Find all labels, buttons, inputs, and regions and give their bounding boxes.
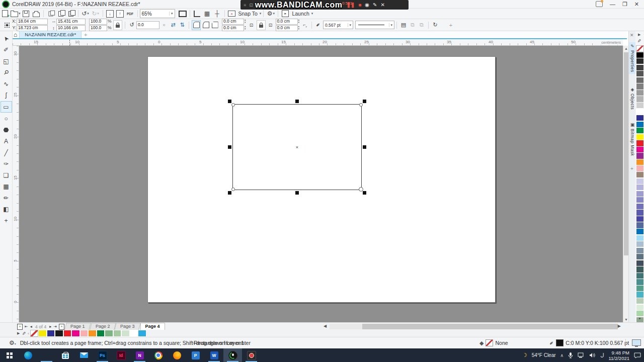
palette-swatch[interactable] (636, 298, 644, 304)
page-tab[interactable]: Page 1 (64, 323, 91, 330)
customize-propbar-button[interactable]: + (447, 21, 455, 30)
document-palette-swatch[interactable] (88, 330, 97, 337)
scale-lock-button[interactable] (113, 20, 122, 30)
docker-close-icon[interactable]: ✕ (630, 33, 634, 38)
palette-swatch[interactable] (636, 134, 644, 140)
interactive-fill-tool[interactable]: ◧ (1, 204, 12, 215)
palette-swatch[interactable] (636, 102, 644, 109)
to-back-button[interactable]: ⧉ (418, 21, 426, 30)
vertical-scrollbar[interactable]: ▲ ▼ (623, 46, 628, 322)
transparency-tool[interactable]: ▦ (1, 182, 12, 192)
selection-handle-middle-left[interactable] (228, 145, 231, 149)
options-gear-button[interactable]: ⚙▾ (266, 9, 275, 18)
taskbar-mail-icon[interactable] (74, 348, 93, 362)
wrap-text-button[interactable]: ▤ (399, 21, 408, 30)
taskbar-word-icon[interactable]: W (205, 348, 223, 362)
palette-swatch[interactable] (636, 146, 644, 153)
palette-swatch[interactable] (636, 247, 644, 254)
chamfered-corner-button[interactable] (211, 21, 219, 30)
add-page-before-button[interactable]: + (17, 324, 23, 330)
taskbar-explorer-icon[interactable] (37, 348, 56, 362)
new-document-tab-button[interactable]: + (82, 31, 90, 38)
corner-node-top-right[interactable] (359, 103, 363, 107)
zoom-tool[interactable]: ⚲ (1, 67, 12, 78)
document-palette-swatch[interactable] (63, 330, 72, 337)
selected-rectangle[interactable]: × (232, 104, 362, 190)
corner-radius-br-field[interactable]: 0.0 cm (276, 25, 298, 31)
shape-tool[interactable]: ✐ (1, 45, 12, 55)
palette-flyout-arrow[interactable]: ▶ (638, 33, 640, 37)
rotation-angle-field[interactable]: 0.0 (136, 21, 159, 29)
convert-to-curves-button[interactable]: ↻ (431, 21, 439, 30)
bandicam-close-button[interactable]: ✕ (380, 2, 384, 8)
document-palette-flyout-arrow[interactable]: ▶ (17, 331, 20, 335)
scale-y-field[interactable]: 100.0 (89, 25, 107, 31)
taskbar-store-icon[interactable] (56, 348, 74, 362)
palette-swatch[interactable] (636, 279, 644, 285)
document-palette-swatch[interactable] (47, 330, 55, 337)
first-page-button[interactable]: ⇤ (25, 324, 28, 329)
x-position-field[interactable]: 18.04 cm (17, 19, 48, 25)
proof-colors-icon[interactable] (632, 339, 641, 346)
show-rulers-button[interactable] (193, 9, 202, 18)
document-palette-swatch[interactable] (138, 330, 146, 337)
taskbar-chrome-icon[interactable] (149, 348, 168, 362)
palette-swatch[interactable] (636, 171, 644, 178)
launch-icon[interactable]: ▸ (281, 9, 290, 18)
palette-swatch[interactable] (636, 235, 644, 241)
document-palette-swatch[interactable] (71, 330, 80, 337)
palette-swatch[interactable] (636, 58, 644, 64)
selection-handle-top-middle[interactable] (295, 100, 299, 103)
home-icon[interactable]: ⌂ (14, 31, 17, 38)
document-palette-swatch[interactable] (113, 330, 122, 337)
previous-page-button[interactable]: ◂ (30, 324, 32, 329)
ellipse-tool[interactable]: ○ (1, 114, 12, 124)
horizontal-scrollbar[interactable] (330, 324, 618, 329)
docker-add-button[interactable]: + (630, 166, 633, 171)
snap-to-caret[interactable]: ▾ (260, 12, 262, 16)
document-palette-swatch[interactable] (80, 330, 89, 337)
document-palette-swatch[interactable] (130, 330, 138, 337)
last-page-button[interactable]: ⇥ (53, 324, 57, 329)
action-center-icon[interactable] (634, 352, 641, 358)
open-dropdown-caret[interactable]: ▾ (19, 12, 21, 16)
line-style-caret[interactable]: ▾ (389, 23, 393, 27)
polygon-tool[interactable] (1, 125, 12, 135)
palette-swatch[interactable] (636, 228, 644, 235)
scale-x-field[interactable]: 100.0 (89, 19, 107, 25)
palette-swatch[interactable] (636, 304, 644, 311)
document-no-color-swatch[interactable] (30, 330, 39, 337)
object-center-mark[interactable]: × (296, 144, 298, 149)
zoom-level-combo[interactable]: 65% ▾ (140, 9, 175, 18)
docker-tab-bitmap-mask[interactable]: ▣ Bitmap Mask (629, 121, 636, 158)
status-gear-icon[interactable]: ⚙▾ (9, 339, 16, 346)
freehand-tool[interactable]: ∿ (1, 78, 12, 89)
clock[interactable]: 9:48 PM 11/2/2021 (608, 350, 629, 361)
outline-width-caret[interactable]: ▾ (348, 23, 352, 27)
scalloped-corner-button[interactable] (202, 21, 210, 30)
vertical-ruler[interactable]: 302520151050 (13, 46, 19, 322)
palette-swatch[interactable] (636, 77, 644, 83)
drop-shadow-tool[interactable]: ❏ (1, 170, 12, 180)
taskbar-edge-icon[interactable] (19, 348, 37, 362)
zoom-level-caret[interactable]: ▾ (169, 12, 173, 16)
docker-tab-properties[interactable]: ✎ Properties (629, 42, 636, 74)
corner-radius-lock-button[interactable] (257, 20, 266, 30)
palette-swatch[interactable] (636, 285, 644, 292)
bandicam-menu-icon[interactable]: ≡ (244, 3, 246, 8)
volume-icon[interactable] (589, 352, 596, 358)
palette-swatch[interactable] (636, 178, 644, 185)
palette-swatch[interactable] (636, 115, 644, 121)
palette-swatch[interactable] (636, 83, 644, 89)
outline-width-combo[interactable]: 0.567 pt ▾ (323, 21, 353, 29)
palette-swatch[interactable] (636, 197, 644, 203)
palette-swatch[interactable] (636, 310, 644, 317)
show-grid-button[interactable]: ▦ (203, 9, 212, 18)
taskbar-onenote-icon[interactable]: N (130, 348, 149, 362)
taskbar-photoshop-icon[interactable]: Ps (93, 348, 112, 362)
fullscreen-preview-button[interactable] (178, 9, 187, 18)
object-width-field[interactable]: 15.431 cm (56, 19, 86, 25)
minimize-button[interactable]: — (610, 0, 615, 8)
network-icon[interactable] (578, 352, 585, 358)
palette-swatch[interactable] (636, 127, 644, 134)
